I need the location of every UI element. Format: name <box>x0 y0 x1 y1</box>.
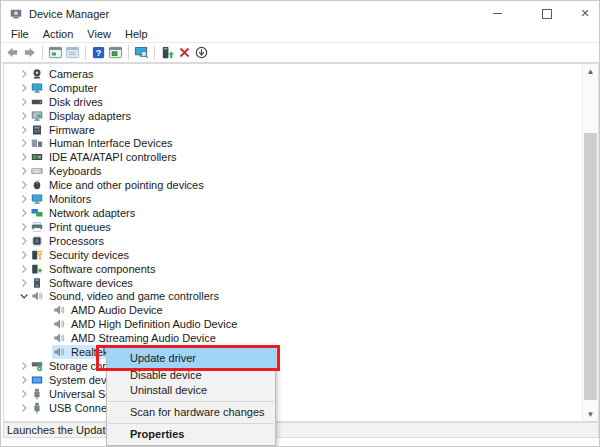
toolbar-separator <box>128 45 129 60</box>
vertical-scrollbar[interactable]: ▲ ▼ <box>582 64 598 421</box>
tree-item-content: AMD Streaming Audio Device <box>52 331 219 345</box>
chevron-right-icon[interactable] <box>18 221 30 233</box>
menu-help[interactable]: Help <box>118 26 155 42</box>
tree-item-content: Mice and other pointing devices <box>30 178 207 192</box>
tree-item-security-devices[interactable]: Security devices <box>4 248 582 262</box>
tree-item-network-adapters[interactable]: Network adapters <box>4 206 582 220</box>
chevron-right-icon[interactable] <box>18 82 30 94</box>
uninstall-device-button[interactable] <box>176 44 193 61</box>
chevron-right-icon[interactable] <box>18 374 30 386</box>
scroll-down-icon[interactable]: ▼ <box>583 407 598 421</box>
disable-device-button[interactable] <box>193 44 210 61</box>
tree-item-content: Display adapters <box>30 109 134 123</box>
chevron-right-icon[interactable] <box>18 360 30 372</box>
context-menu-item-uninstall-device[interactable]: Uninstall device <box>107 383 275 398</box>
chevron-right-icon[interactable] <box>18 151 30 163</box>
tree-item-content: Software components <box>30 262 158 276</box>
context-menu-separator <box>108 423 274 424</box>
properties-button[interactable] <box>107 44 124 61</box>
chevron-right-icon[interactable] <box>18 124 30 136</box>
tree-item-disk-drives[interactable]: Disk drives <box>4 95 582 109</box>
svg-text:?: ? <box>96 48 102 58</box>
chevron-right-icon[interactable] <box>18 207 30 219</box>
chevron-right-icon[interactable] <box>18 96 30 108</box>
update-driver-button[interactable] <box>159 44 176 61</box>
tree-item-ide-ata-atapi-controllers[interactable]: IDE ATA/ATAPI controllers <box>4 150 582 164</box>
tree-item-amd-high-definition-audio-device[interactable]: AMD High Definition Audio Device <box>4 317 582 331</box>
chevron-right-icon[interactable] <box>18 388 30 400</box>
cpu-icon <box>31 235 43 247</box>
forward-button[interactable] <box>21 44 38 61</box>
menu-file[interactable]: File <box>4 26 36 42</box>
chevron-right-icon[interactable] <box>18 137 30 149</box>
camera-icon <box>31 68 43 80</box>
export-list-button[interactable] <box>64 44 81 61</box>
tree-item-firmware[interactable]: Firmware <box>4 123 582 137</box>
menu-bar: FileActionViewHelp <box>1 26 599 43</box>
disable-icon <box>194 45 209 60</box>
tree-item-monitors[interactable]: Monitors <box>4 192 582 206</box>
tree-item-content: Storage con <box>30 359 111 373</box>
context-menu-item-properties[interactable]: Properties <box>107 427 275 442</box>
tree-item-universal-se[interactable]: Universal Se <box>4 387 582 401</box>
tree-item-processors[interactable]: Processors <box>4 234 582 248</box>
close-button[interactable]: ✕ <box>572 1 598 26</box>
tree-item-print-queues[interactable]: Print queues <box>4 220 582 234</box>
toolbar-separator <box>154 45 155 60</box>
tree-item-mice-and-other-pointing-devices[interactable]: Mice and other pointing devices <box>4 178 582 192</box>
chevron-right-icon[interactable] <box>18 165 30 177</box>
chevron-right-icon[interactable] <box>18 249 30 261</box>
scroll-up-icon[interactable]: ▲ <box>583 64 598 78</box>
minimize-button[interactable] <box>484 1 510 26</box>
chevron-right-icon[interactable] <box>18 235 30 247</box>
context-menu-item-scan-for-hardware-changes[interactable]: Scan for hardware changes <box>107 405 275 420</box>
menu-view[interactable]: View <box>80 26 118 42</box>
tree-item-label: Cameras <box>49 68 94 80</box>
toolbar: ? <box>1 43 599 63</box>
device-manager-window: Device Manager ✕ FileActionViewHelp ? Ca… <box>0 0 600 447</box>
back-button[interactable] <box>4 44 21 61</box>
chevron-right-icon[interactable] <box>18 68 30 80</box>
tree-item-amd-audio-device[interactable]: AMD Audio Device <box>4 303 582 317</box>
context-menu-item-update-driver[interactable]: Update driver <box>107 348 275 368</box>
update-icon <box>160 45 175 60</box>
tree-item-software-components[interactable]: Software components <box>4 262 582 276</box>
device-tree: CamerasComputerDisk drivesDisplay adapte… <box>4 67 582 415</box>
menu-action[interactable]: Action <box>36 26 81 42</box>
chevron-right-icon[interactable] <box>18 193 30 205</box>
chevron-right-icon[interactable] <box>18 179 30 191</box>
scrollbar-thumb[interactable] <box>584 133 597 400</box>
scan-hardware-button[interactable] <box>133 44 150 61</box>
context-menu-separator <box>108 401 274 402</box>
chevron-right-icon[interactable] <box>18 277 30 289</box>
context-menu-item-disable-device[interactable]: Disable device <box>107 368 275 383</box>
tree-item-display-adapters[interactable]: Display adapters <box>4 109 582 123</box>
tree-item-computer[interactable]: Computer <box>4 81 582 95</box>
tree-item-system-devi[interactable]: System devi <box>4 373 582 387</box>
chevron-down-icon[interactable] <box>18 290 30 302</box>
help-button[interactable]: ? <box>90 44 107 61</box>
tree-item-usb-connec[interactable]: USB Connec <box>4 401 582 415</box>
export-icon <box>65 45 80 60</box>
tree-item-human-interface-devices[interactable]: Human Interface Devices <box>4 137 582 151</box>
tree-item-keyboards[interactable]: Keyboards <box>4 164 582 178</box>
show-console-tree-button[interactable] <box>47 44 64 61</box>
maximize-button[interactable] <box>534 1 560 26</box>
tree-item-sound-video-and-game-controllers[interactable]: Sound, video and game controllers <box>4 290 582 304</box>
chevron-right-icon[interactable] <box>18 263 30 275</box>
tree-item-software-devices[interactable]: Software devices <box>4 276 582 290</box>
tree-item-realtek-r[interactable]: Realtek(R <box>4 345 582 359</box>
chevron-right-icon[interactable] <box>18 402 30 414</box>
minimize-icon <box>493 13 502 14</box>
tree-item-storage-con[interactable]: Storage con <box>4 359 582 373</box>
context-menu: Update driverDisable deviceUninstall dev… <box>106 346 276 446</box>
monitor-icon <box>31 193 43 205</box>
security-icon <box>31 249 43 261</box>
chevron-right-icon[interactable] <box>18 110 30 122</box>
tree-item-content: Universal Se <box>30 387 114 401</box>
tree-item-content: Software devices <box>30 276 136 290</box>
tree-item-amd-streaming-audio-device[interactable]: AMD Streaming Audio Device <box>4 331 582 345</box>
display-icon <box>31 110 43 122</box>
tree-item-cameras[interactable]: Cameras <box>4 67 582 81</box>
tree-item-content: Cameras <box>30 67 97 81</box>
